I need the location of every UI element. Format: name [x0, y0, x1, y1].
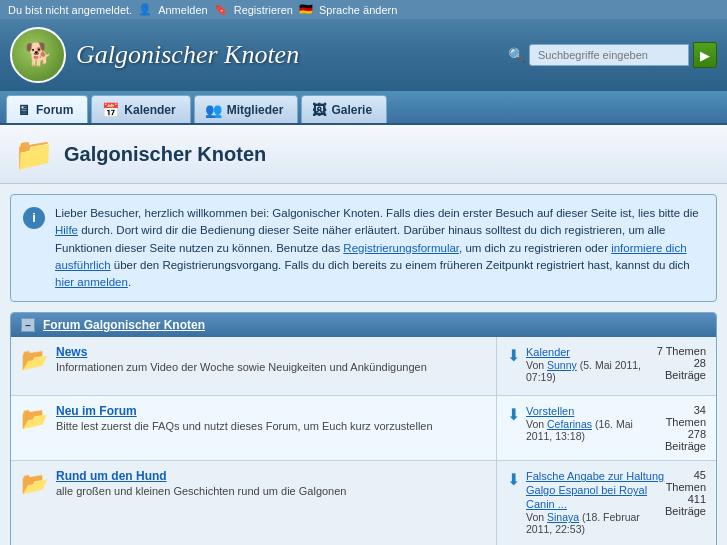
tab-mitglieder-label: Mitglieder	[227, 103, 284, 117]
search-button[interactable]: ▶	[693, 42, 717, 68]
forum-latest-row: ⬇ Vorstellen Von Cefarinas (16. Mai 2011…	[507, 404, 656, 448]
info-text-end: .	[128, 276, 131, 288]
beitraege-count: 28 Beiträge	[656, 357, 706, 381]
forum-section-title-link[interactable]: Forum Galgonischer Knoten	[43, 318, 205, 332]
forum-section: – Forum Galgonischer Knoten 📂 News Infor…	[10, 312, 717, 545]
table-row: 📂 News Informationen zum Video der Woche…	[11, 337, 716, 396]
forum-right-cell: ⬇ Kalender Von Sunny (5. Mai 2011, 07:19…	[496, 337, 716, 395]
site-title: Galgonischer Knoten	[76, 40, 299, 70]
content: 📁 Galgonischer Knoten i Lieber Besucher,…	[0, 125, 727, 545]
forum-stats: 34 Themen 278 Beiträge	[656, 404, 706, 452]
forum-info: News Informationen zum Video der Woche s…	[56, 345, 427, 373]
tab-mitglieder[interactable]: 👥 Mitglieder	[194, 95, 299, 123]
latest-author-link[interactable]: Sinaya	[547, 511, 579, 523]
not-logged-in-text: Du bist nicht angemeldet.	[8, 4, 132, 16]
forum-desc: Informationen zum Video der Woche sowie …	[56, 361, 427, 373]
forum-right-cell: ⬇ Falsche Angabe zur Haltung Galgo Espan…	[496, 461, 716, 545]
search-magnifier-icon: 🔍	[508, 47, 525, 63]
forum-latest-row: ⬇ Falsche Angabe zur Haltung Galgo Espan…	[507, 469, 665, 535]
header: 🐕 Galgonischer Knoten 🔍 ▶	[0, 19, 727, 91]
info-text-before-hilfe: Lieber Besucher, herzlich willkommen bei…	[55, 207, 699, 219]
info-text-after-info: über den Registrierungsvorgang. Falls du…	[111, 259, 690, 271]
forum-left-cell: 📂 Rund um den Hund alle großen und klein…	[11, 461, 496, 545]
themen-count: 7 Themen	[656, 345, 706, 357]
info-box: i Lieber Besucher, herzlich willkommen b…	[10, 194, 717, 302]
section-toggle[interactable]: –	[21, 318, 35, 332]
latest-arrow-icon: ⬇	[507, 346, 520, 365]
forum-stats: 7 Themen 28 Beiträge	[656, 345, 706, 387]
latest-date: (5. Mai 2011, 07:19)	[526, 359, 641, 383]
logo-dog-icon: 🐕	[25, 42, 52, 68]
forum-desc: Bitte lest zuerst die FAQs und nutzt die…	[56, 420, 433, 432]
info-text-after-reg: , um dich zu registrieren oder	[459, 242, 611, 254]
latest-date: (18. Februar 2011, 22:53)	[526, 511, 640, 535]
forum-icon: 🖥	[17, 102, 31, 118]
forum-name-link[interactable]: Rund um den Hund	[56, 469, 167, 483]
language-link[interactable]: Sprache ändern	[319, 4, 397, 16]
nav-tabs: 🖥 Forum 📅 Kalender 👥 Mitglieder 🖼 Galeri…	[0, 91, 727, 125]
forum-latest-info: Vorstellen Von Cefarinas (16. Mai 2011, …	[526, 404, 656, 442]
themen-count: 34 Themen	[656, 404, 706, 428]
tab-kalender[interactable]: 📅 Kalender	[91, 95, 190, 123]
page-folder-icon: 📁	[14, 135, 54, 173]
latest-thread-link[interactable]: Falsche Angabe zur Haltung Galgo Espanol…	[526, 470, 664, 510]
forum-info: Rund um den Hund alle großen und kleinen…	[56, 469, 346, 497]
tab-kalender-label: Kalender	[124, 103, 175, 117]
logo-area: 🐕 Galgonischer Knoten	[10, 27, 508, 83]
forum-left-cell: 📂 Neu im Forum Bitte lest zuerst die FAQ…	[11, 396, 496, 460]
kalender-icon: 📅	[102, 102, 119, 118]
latest-arrow-icon: ⬇	[507, 470, 520, 489]
forum-right-cell: ⬇ Vorstellen Von Cefarinas (16. Mai 2011…	[496, 396, 716, 460]
forum-right-content: ⬇ Vorstellen Von Cefarinas (16. Mai 2011…	[507, 404, 706, 452]
latest-arrow-icon: ⬇	[507, 405, 520, 424]
page-header: 📁 Galgonischer Knoten	[0, 125, 727, 184]
login-link[interactable]: Anmelden	[158, 4, 208, 16]
latest-meta: Von Cefarinas (16. Mai 2011, 13:18)	[526, 418, 656, 442]
tab-galerie-label: Galerie	[331, 103, 372, 117]
hilfe-link[interactable]: Hilfe	[55, 224, 78, 236]
forum-stats: 45 Themen 411 Beiträge	[665, 469, 706, 539]
latest-author-link[interactable]: Sunny	[547, 359, 577, 371]
folder-icon: 📂	[21, 406, 48, 432]
forum-right-content: ⬇ Falsche Angabe zur Haltung Galgo Espan…	[507, 469, 706, 539]
folder-icon: 📂	[21, 471, 48, 497]
info-text: Lieber Besucher, herzlich willkommen bei…	[55, 205, 704, 291]
info-icon: i	[23, 207, 45, 229]
anmelden-link[interactable]: hier anmelden	[55, 276, 128, 288]
registrierungsformular-link[interactable]: Registrierungsformular	[343, 242, 459, 254]
forum-latest-info: Falsche Angabe zur Haltung Galgo Espanol…	[526, 469, 665, 535]
forum-latest-row: ⬇ Kalender Von Sunny (5. Mai 2011, 07:19…	[507, 345, 656, 383]
search-area: 🔍 ▶	[508, 42, 717, 68]
forum-info: Neu im Forum Bitte lest zuerst die FAQs …	[56, 404, 433, 432]
table-row: 📂 Neu im Forum Bitte lest zuerst die FAQ…	[11, 396, 716, 461]
top-bar: Du bist nicht angemeldet. 👤 Anmelden 🔖 R…	[0, 0, 727, 19]
forum-name-link[interactable]: News	[56, 345, 87, 359]
person-icon: 👤	[138, 3, 152, 16]
table-row: 📂 Rund um den Hund alle großen und klein…	[11, 461, 716, 545]
tab-forum-label: Forum	[36, 103, 73, 117]
latest-thread-link[interactable]: Vorstellen	[526, 405, 574, 417]
forum-latest-info: Kalender Von Sunny (5. Mai 2011, 07:19)	[526, 345, 656, 383]
beitraege-count: 278 Beiträge	[656, 428, 706, 452]
folder-icon: 📂	[21, 347, 48, 373]
tab-galerie[interactable]: 🖼 Galerie	[301, 95, 387, 123]
forum-right-content: ⬇ Kalender Von Sunny (5. Mai 2011, 07:19…	[507, 345, 706, 387]
register-icon: 🔖	[214, 3, 228, 16]
galerie-icon: 🖼	[312, 102, 326, 118]
themen-count: 45 Themen	[665, 469, 706, 493]
latest-meta: Von Sinaya (18. Februar 2011, 22:53)	[526, 511, 665, 535]
latest-thread-link[interactable]: Kalender	[526, 346, 570, 358]
forum-name-link[interactable]: Neu im Forum	[56, 404, 137, 418]
logo-icon: 🐕	[10, 27, 66, 83]
search-input[interactable]	[529, 44, 689, 66]
beitraege-count: 411 Beiträge	[665, 493, 706, 517]
flag-icon: 🇩🇪	[299, 3, 313, 16]
latest-meta: Von Sunny (5. Mai 2011, 07:19)	[526, 359, 656, 383]
register-link[interactable]: Registrieren	[234, 4, 293, 16]
forum-section-header: – Forum Galgonischer Knoten	[11, 313, 716, 337]
page-title: Galgonischer Knoten	[64, 143, 266, 166]
latest-author-link[interactable]: Cefarinas	[547, 418, 592, 430]
mitglieder-icon: 👥	[205, 102, 222, 118]
tab-forum[interactable]: 🖥 Forum	[6, 95, 88, 123]
forum-desc: alle großen und kleinen Geschichten rund…	[56, 485, 346, 497]
